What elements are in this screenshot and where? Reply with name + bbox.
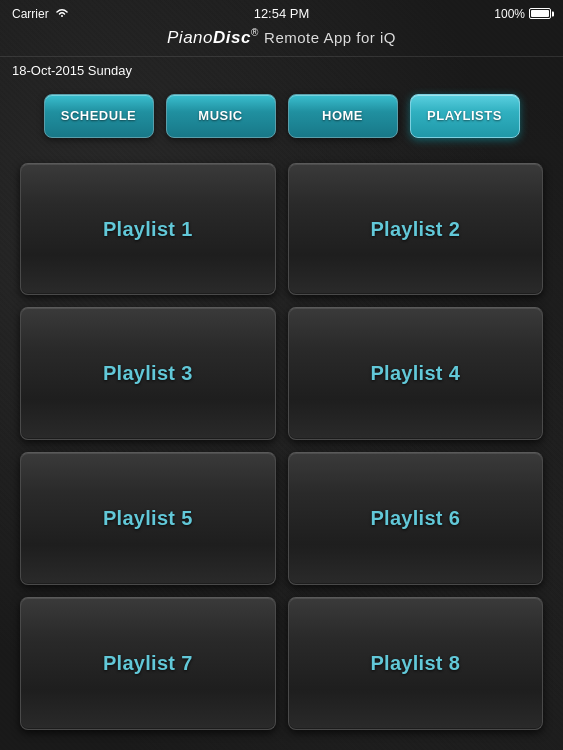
battery-percent: 100% bbox=[494, 7, 525, 21]
brand-piano: Piano bbox=[167, 28, 213, 47]
app-header: PianoDisc® Remote App for iQ bbox=[0, 25, 563, 57]
nav-schedule-button[interactable]: SCHEDULE bbox=[44, 94, 154, 138]
app-subtitle: Remote App for iQ bbox=[264, 29, 396, 46]
app-title: PianoDisc® Remote App for iQ bbox=[167, 28, 396, 47]
playlist-5-button[interactable]: Playlist 5 bbox=[20, 452, 276, 585]
playlist-1-button[interactable]: Playlist 1 bbox=[20, 163, 276, 296]
date-label: 18-Oct-2015 Sunday bbox=[12, 63, 132, 78]
nav-music-button[interactable]: MUSIC bbox=[166, 94, 276, 138]
playlist-3-button[interactable]: Playlist 3 bbox=[20, 307, 276, 440]
playlist-3-label: Playlist 3 bbox=[103, 362, 193, 385]
playlist-6-label: Playlist 6 bbox=[370, 507, 460, 530]
status-left: Carrier bbox=[12, 7, 69, 21]
nav-bar: SCHEDULE MUSIC HOME PLAYLISTS bbox=[0, 84, 563, 153]
carrier-label: Carrier bbox=[12, 7, 49, 21]
date-bar: 18-Oct-2015 Sunday bbox=[0, 57, 563, 84]
time-label: 12:54 PM bbox=[254, 6, 310, 21]
registered-mark: ® bbox=[251, 27, 259, 38]
playlist-4-label: Playlist 4 bbox=[370, 362, 460, 385]
page-content: Carrier 12:54 PM 100% PianoDisc® Remote bbox=[0, 0, 563, 750]
playlist-8-button[interactable]: Playlist 8 bbox=[288, 597, 544, 730]
playlist-1-label: Playlist 1 bbox=[103, 218, 193, 241]
playlist-6-button[interactable]: Playlist 6 bbox=[288, 452, 544, 585]
brand-disc: Disc bbox=[213, 28, 251, 47]
playlist-8-label: Playlist 8 bbox=[370, 652, 460, 675]
nav-playlists-button[interactable]: PLAYLISTS bbox=[410, 94, 520, 138]
playlist-grid: Playlist 1 Playlist 2 Playlist 3 Playlis… bbox=[0, 153, 563, 750]
playlist-7-button[interactable]: Playlist 7 bbox=[20, 597, 276, 730]
status-bar: Carrier 12:54 PM 100% bbox=[0, 0, 563, 25]
playlist-5-label: Playlist 5 bbox=[103, 507, 193, 530]
nav-home-button[interactable]: HOME bbox=[288, 94, 398, 138]
playlist-4-button[interactable]: Playlist 4 bbox=[288, 307, 544, 440]
playlist-7-label: Playlist 7 bbox=[103, 652, 193, 675]
wifi-icon bbox=[55, 8, 69, 20]
battery-icon bbox=[529, 8, 551, 19]
playlist-2-label: Playlist 2 bbox=[370, 218, 460, 241]
playlist-2-button[interactable]: Playlist 2 bbox=[288, 163, 544, 296]
status-right: 100% bbox=[494, 7, 551, 21]
